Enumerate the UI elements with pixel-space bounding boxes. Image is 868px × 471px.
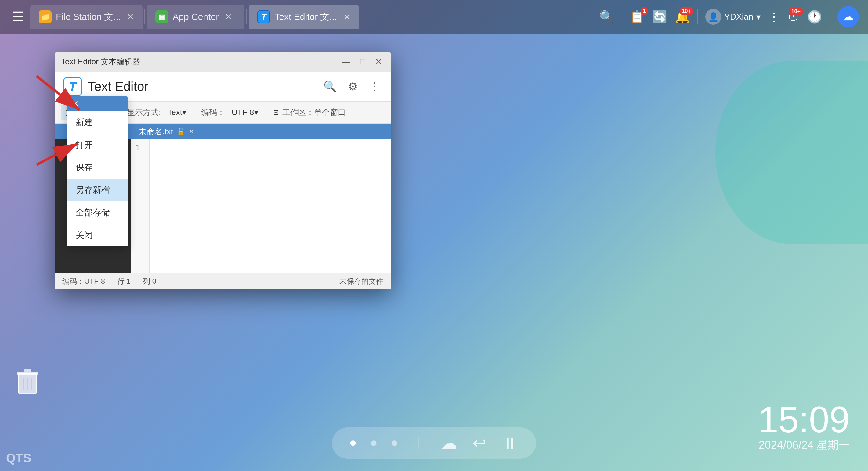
text-cursor (156, 144, 156, 152)
maximize-button[interactable]: □ (358, 56, 368, 68)
editor-tab-close-icon[interactable]: ✕ (189, 128, 194, 135)
editor-tab-bar: 未命名.txt 🔓 ✕ (131, 124, 391, 139)
user-name: YDXian (724, 12, 753, 22)
workspace-icon: ⊟ (273, 109, 279, 116)
tab-separator-1 (144, 9, 145, 24)
status-col: 列 0 (143, 276, 156, 286)
notification-bell-icon[interactable]: 🔔 10+ (675, 10, 690, 24)
cursor-line (156, 144, 384, 152)
app-header-buttons: 🔍 ⚙ ⋮ (321, 78, 382, 96)
minimize-button[interactable]: — (339, 56, 353, 68)
app-title-area: T Text Editor (63, 77, 148, 96)
tab-text-editor-label: Text Editor 文... (274, 11, 337, 23)
window-controls: — □ ✕ (339, 56, 384, 68)
tasks-badge: 1 (641, 7, 648, 15)
qts-logo: QTS (6, 451, 31, 465)
more-options-icon[interactable]: ⋮ (768, 10, 780, 24)
line-number-1: 1 (135, 144, 145, 152)
view-mode-label: 显示方式: (127, 107, 161, 118)
tab-bar: 📁 File Station 文... ✕ ▦ App Center ✕ T T… (30, 5, 596, 29)
cloud-button[interactable]: ☁ (837, 6, 859, 28)
user-dropdown-icon: ▾ (756, 12, 761, 22)
app-more-icon[interactable]: ⋮ (366, 78, 382, 96)
menu-view-text[interactable]: Text▾ (163, 105, 191, 120)
editor-content[interactable]: 1 (131, 139, 391, 273)
tab-separator-2 (246, 9, 247, 24)
status-unsaved: 未保存的文件 (339, 276, 383, 286)
desktop-trash[interactable] (15, 367, 40, 395)
tab-app-center[interactable]: ▦ App Center ✕ (147, 5, 245, 29)
app-logo: T (63, 77, 82, 96)
user-avatar: 👤 (705, 9, 721, 25)
status-line: 行 1 (117, 276, 131, 286)
menu-close[interactable]: 关闭 (66, 224, 128, 246)
bell-badge: 10+ (680, 7, 693, 15)
tab-app-center-label: App Center (173, 11, 219, 22)
workspace-label: 工作区：单个窗口 (282, 107, 346, 118)
clock-widget-icon[interactable]: 🕐 (807, 10, 822, 24)
tab-file-station[interactable]: 📁 File Station 文... ✕ (30, 5, 143, 29)
right-separator-2 (698, 9, 698, 24)
timer-badge: 10+ (789, 8, 803, 15)
app-title: Text Editor (88, 79, 148, 94)
text-input-area[interactable] (150, 139, 391, 273)
file-station-icon: 📁 (39, 10, 52, 23)
pin-icon[interactable]: 🔓 (177, 128, 185, 135)
trash-icon (15, 367, 40, 395)
menu-button[interactable]: ☰ (9, 7, 27, 27)
menu-save-all[interactable]: 全部存储 (66, 201, 128, 224)
taskbar-right: 🔍 📋 1 🔄 🔔 10+ 👤 YDXian ▾ ⋮ ⏱ 10+ 🕐 ☁ (599, 6, 859, 28)
tab-file-station-label: File Station 文... (56, 11, 121, 23)
editor-file-tab[interactable]: 未命名.txt 🔓 ✕ (131, 123, 202, 140)
desktop: Text Editor 文本编辑器 — □ ✕ T Text Editor 🔍 … (0, 34, 868, 471)
app-center-icon: ▦ (155, 10, 168, 23)
file-dropdown-menu: ✕ 新建 打开 保存 另存新檔 全部存储 关闭 (66, 96, 128, 246)
dock-separator (419, 437, 420, 449)
sync-icon[interactable]: 🔄 (652, 10, 668, 24)
encode-label: 编码： (201, 107, 225, 118)
user-info[interactable]: 👤 YDXian ▾ (705, 9, 761, 25)
menu-new[interactable]: 新建 (66, 111, 128, 134)
window-close-button[interactable]: ✕ (373, 56, 384, 68)
dock-back-icon[interactable]: ↩ (472, 434, 486, 453)
search-icon[interactable]: 🔍 (599, 10, 614, 24)
window-titlebar: Text Editor 文本编辑器 — □ ✕ (55, 52, 391, 72)
window-title: Text Editor 文本编辑器 (61, 57, 141, 67)
menu-encode[interactable]: UTF-8▾ (227, 105, 263, 120)
dock-dot-2[interactable] (371, 440, 377, 446)
status-bar: 编码：UTF-8 行 1 列 0 未保存的文件 (55, 273, 391, 289)
tab-file-station-close[interactable]: ✕ (127, 12, 134, 22)
status-encode: 编码：UTF-8 (62, 276, 105, 286)
app-search-icon[interactable]: 🔍 (321, 78, 339, 96)
text-editor-tab-icon: T (257, 10, 270, 23)
dock: ☁ ↩ ⏸ (332, 427, 536, 459)
editor-main: 未命名.txt 🔓 ✕ 1 (131, 124, 391, 273)
svg-rect-6 (24, 369, 31, 372)
menu-save-as[interactable]: 另存新檔 (66, 179, 128, 201)
dock-pause-icon[interactable]: ⏸ (501, 434, 518, 453)
status-left: 编码：UTF-8 行 1 列 0 (62, 276, 156, 286)
editor-tab-name: 未命名.txt (138, 126, 173, 137)
dropdown-header: ✕ (66, 96, 128, 111)
taskbar: ☰ 📁 File Station 文... ✕ ▦ App Center ✕ T… (0, 0, 868, 34)
dock-cloud-icon[interactable]: ☁ (441, 434, 457, 453)
tasks-icon[interactable]: 📋 1 (630, 10, 645, 24)
timer-icon[interactable]: ⏱ 10+ (787, 10, 800, 24)
menu-save[interactable]: 保存 (66, 156, 128, 179)
tab-app-center-close[interactable]: ✕ (225, 12, 232, 22)
line-numbers: 1 (131, 139, 150, 273)
app-settings-icon[interactable]: ⚙ (345, 78, 360, 96)
tab-text-editor[interactable]: T Text Editor 文... ✕ (249, 5, 359, 29)
dock-dot-3[interactable] (392, 440, 397, 446)
tab-text-editor-close[interactable]: ✕ (343, 12, 350, 22)
menu-separator-2 (268, 108, 268, 117)
clock-area: 15:09 2024/06/24 星期一 (758, 401, 850, 453)
dock-dot-1[interactable] (350, 440, 356, 446)
right-separator-3 (830, 9, 830, 24)
clock-time: 15:09 (758, 401, 850, 438)
dropdown-header-close[interactable]: ✕ (73, 99, 79, 108)
clock-date: 2024/06/24 星期一 (758, 438, 850, 453)
menu-open[interactable]: 打开 (66, 134, 128, 156)
right-separator (622, 9, 622, 24)
